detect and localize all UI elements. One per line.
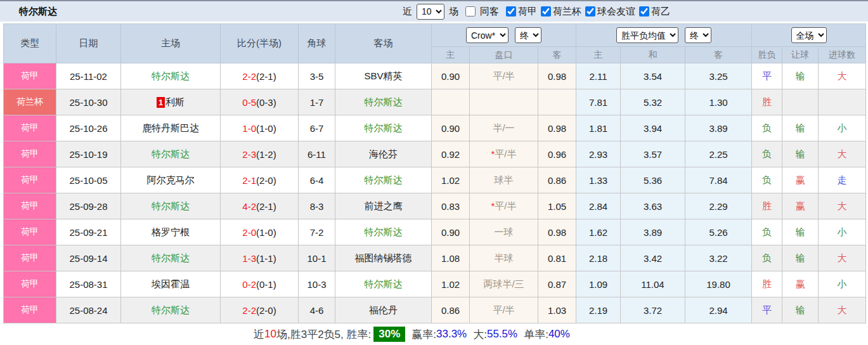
single-pct-label: 单率:	[524, 327, 548, 342]
cell-score: 2-1(2-0)	[221, 167, 299, 193]
cell-handicap: 平/半	[470, 63, 538, 89]
recent-count-select[interactable]: 10	[417, 4, 444, 20]
cell-date: 25-10-30	[56, 89, 121, 115]
league-filter-checkbox[interactable]	[541, 6, 551, 16]
handicap-text: 半球	[495, 252, 514, 263]
cell-goals-result: 大	[819, 193, 866, 219]
cell-avg-draw: 3.89	[621, 219, 685, 245]
cell-avg-lose: 5.26	[685, 219, 752, 245]
cell-handicap: 平/半	[470, 297, 538, 323]
league-filter[interactable]: 球会友谊	[581, 6, 635, 18]
cell-odds-home: 1.08	[432, 245, 470, 271]
league-filter-checkbox[interactable]	[585, 6, 595, 16]
header-row-main: 类型 日期 主场 比分(半场) 角球 客场 Crow* 终	[4, 24, 866, 47]
table-row: 荷甲25-10-19特尔斯达2-3(1-2)6-11海伦芬0.92*平/半0.9…	[4, 141, 866, 167]
handicap-text: 一球	[495, 226, 514, 237]
handicap-text: 球半	[495, 174, 514, 185]
col-header-corners: 角球	[299, 24, 335, 63]
cell-result: 胜	[752, 89, 782, 115]
league-filter-checkbox[interactable]	[639, 6, 649, 16]
cell-avg-draw: 3.72	[621, 297, 685, 323]
cell-home-team: 1利斯	[121, 89, 221, 115]
cell-handicap: *平/半	[470, 141, 538, 167]
home-team-name: 特尔斯达	[152, 148, 190, 159]
odds-company-select[interactable]: Crow*	[466, 27, 508, 43]
away-team-name: 特尔斯达	[365, 174, 403, 185]
cell-goals-result: 大	[819, 297, 866, 323]
league-filter-checkbox[interactable]	[506, 6, 516, 16]
cell-let-result: 赢	[782, 271, 819, 297]
table-row: 荷兰杯25-10-301利斯0-5(0-3)1-7特尔斯达7.815.321.3…	[4, 89, 866, 115]
cell-date: 25-08-24	[56, 297, 121, 323]
cell-odds-away: 0.98	[538, 63, 576, 89]
cell-away-team: 特尔斯达	[335, 89, 432, 115]
cell-league: 荷甲	[4, 141, 56, 167]
cell-corners: 8-3	[299, 193, 335, 219]
home-team-name: 特尔斯达	[152, 200, 190, 211]
cell-date: 25-10-05	[56, 167, 121, 193]
match-history-panel: 特尔斯达 近 10 场 同客 荷甲荷兰杯球会友谊荷乙 类型 日期 主场 比分	[0, 0, 868, 345]
win-rate-badge: 30%	[373, 327, 405, 342]
big-pct-label: 大:	[473, 327, 487, 342]
handicap-text: 平/半	[495, 148, 516, 159]
cell-score: 2-3(1-2)	[221, 141, 299, 167]
odds-time-select[interactable]: 终	[515, 27, 541, 43]
cell-result: 平	[752, 63, 782, 89]
avg-type-select[interactable]: 胜平负均值	[616, 27, 678, 43]
cell-avg-draw: 3.94	[621, 115, 685, 141]
cell-let-result: 赢	[782, 167, 819, 193]
result-group-header: 全场	[752, 24, 866, 47]
away-team-name: 特尔斯达	[365, 96, 403, 107]
cell-result: 负	[752, 245, 782, 271]
cell-odds-away: 0.81	[538, 245, 576, 271]
subheader-handicap: 盘口	[470, 47, 538, 63]
scope-select[interactable]: 全场	[791, 27, 827, 43]
cell-odds-home: 0.86	[432, 297, 470, 323]
league-filter[interactable]: 荷乙	[635, 6, 670, 18]
fulltime-score: 1-0	[242, 123, 256, 134]
cell-score: 2-2(2-0)	[221, 297, 299, 323]
table-row: 荷甲25-08-24特尔斯达2-2(2-0)4-6福伦丹0.86平/半1.032…	[4, 297, 866, 323]
away-team-name: 福伦丹	[369, 304, 398, 315]
cell-home-team: 特尔斯达	[121, 297, 221, 323]
league-filters: 荷甲荷兰杯球会友谊荷乙	[502, 6, 670, 18]
summary-record: 场,胜3平2负5, 胜率:	[276, 327, 371, 342]
cell-home-team: 埃因霍温	[121, 271, 221, 297]
subheader-result: 胜负	[752, 47, 782, 63]
halftime-score: (0-3)	[256, 97, 276, 108]
topbar-controls: 近 10 场 同客 荷甲荷兰杯球会友谊荷乙	[403, 4, 670, 20]
cell-let-result: 输	[782, 219, 819, 245]
cell-odds-away: 0.96	[538, 141, 576, 167]
handicap-text: 平/半	[493, 304, 514, 315]
fulltime-score: 0-5	[242, 97, 256, 108]
avg-time-select[interactable]: 终	[685, 27, 711, 43]
league-filter-label: 荷乙	[651, 6, 670, 18]
away-team-name: 福图纳锡塔德	[355, 252, 412, 263]
league-filter[interactable]: 荷甲	[502, 6, 537, 18]
cell-corners: 4-6	[299, 297, 335, 323]
cell-league: 荷甲	[4, 63, 56, 89]
cell-date: 25-10-26	[56, 115, 121, 141]
cell-avg-lose: 2.94	[685, 297, 752, 323]
cell-date: 25-09-14	[56, 245, 121, 271]
halftime-score: (0-1)	[256, 279, 276, 290]
home-team-name: 利斯	[165, 96, 185, 107]
cell-league: 荷兰杯	[4, 89, 56, 115]
col-header-away: 客场	[335, 24, 432, 63]
halftime-score: (2-0)	[256, 305, 276, 316]
recent-label: 近	[403, 6, 412, 18]
halftime-score: (2-0)	[256, 175, 276, 186]
cell-avg-draw: 11.04	[621, 271, 685, 297]
cell-odds-home: 1.02	[432, 167, 470, 193]
fulltime-score: 1-3	[242, 253, 256, 264]
matches-table: 类型 日期 主场 比分(半场) 角球 客场 Crow* 终	[3, 23, 866, 323]
subheader-avg-lose: 客	[685, 47, 752, 63]
subheader-goals: 进球数	[819, 47, 866, 63]
same-opponent-checkbox[interactable]	[465, 6, 476, 16]
cell-home-team: 格罗宁根	[121, 219, 221, 245]
cell-corners: 10-3	[299, 271, 335, 297]
league-filter[interactable]: 荷兰杯	[537, 6, 581, 18]
halftime-score: (1-2)	[256, 149, 276, 160]
table-row: 荷甲25-09-21格罗宁根2-0(1-0)7-2特尔斯达0.90一球0.981…	[4, 219, 866, 245]
cell-home-team: 特尔斯达	[121, 245, 221, 271]
